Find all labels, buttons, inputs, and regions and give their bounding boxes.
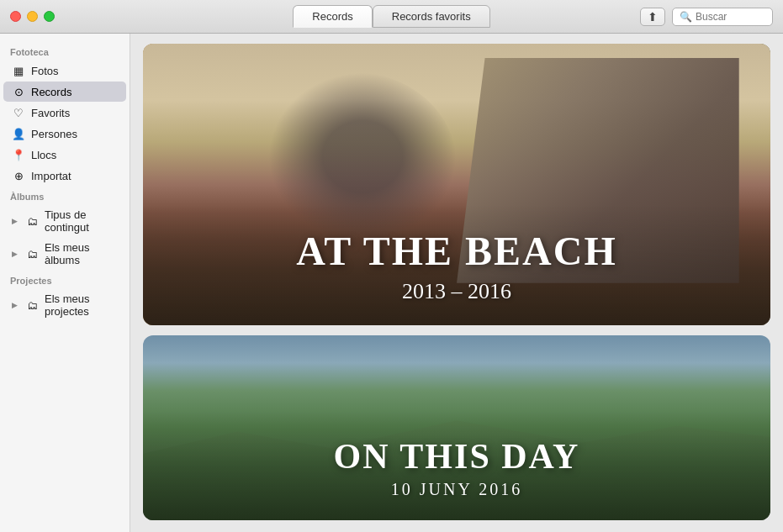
tab-records-favorites[interactable]: Records favorits — [373, 5, 490, 28]
import-icon: ⊕ — [12, 169, 25, 182]
memory-card-on-this-day[interactable]: ON THIS DAY 10 JUNY 2016 — [143, 335, 770, 520]
beach-title: AT THE BEACH — [160, 229, 754, 274]
beach-subtitle: 2013 – 2016 — [160, 279, 754, 304]
expand-icon: ▶ — [12, 250, 18, 258]
title-bar: Records Records favorits ⬆ 🔍 — [0, 0, 783, 34]
traffic-lights — [10, 11, 55, 22]
sidebar-item-fotos[interactable]: ▦ Fotos — [3, 61, 126, 81]
tab-records[interactable]: Records — [293, 5, 372, 28]
beach-overlay: AT THE BEACH 2013 – 2016 — [143, 204, 770, 325]
tab-bar: Records Records favorits — [293, 5, 489, 28]
search-input[interactable] — [696, 11, 771, 23]
sidebar-item-els-meus-projectes[interactable]: ▶ 🗂 Els meus projectes — [3, 289, 126, 321]
section-albums: Àlbums — [0, 187, 130, 204]
sidebar-item-persones[interactable]: 👤 Persones — [3, 124, 126, 144]
close-button[interactable] — [10, 11, 21, 22]
on-this-day-overlay: ON THIS DAY 10 JUNY 2016 — [143, 411, 770, 520]
sidebar-item-records[interactable]: ⊙ Records — [3, 82, 126, 102]
search-icon: 🔍 — [680, 11, 692, 23]
share-button[interactable]: ⬆ — [640, 8, 665, 26]
memories-icon: ⊙ — [12, 85, 25, 98]
expand-icon: ▶ — [12, 217, 18, 225]
heart-icon: ♡ — [12, 106, 25, 119]
sidebar-item-importat[interactable]: ⊕ Importat — [3, 166, 126, 186]
folder-icon: 🗂 — [25, 214, 39, 228]
folder-icon: 🗂 — [25, 298, 39, 312]
memory-card-beach[interactable]: AT THE BEACH 2013 – 2016 — [143, 44, 770, 325]
expand-icon: ▶ — [12, 301, 18, 309]
section-fototeca: Fototeca — [0, 42, 130, 60]
sidebar: Fototeca ▦ Fotos ⊙ Records ♡ Favorits 👤 … — [0, 34, 130, 532]
on-this-day-subtitle: 10 JUNY 2016 — [160, 480, 754, 499]
section-projectes: Projectes — [0, 271, 130, 288]
on-this-day-title: ON THIS DAY — [160, 436, 754, 477]
sidebar-item-favorits[interactable]: ♡ Favorits — [3, 103, 126, 123]
location-icon: 📍 — [12, 148, 25, 161]
grid-icon: ▦ — [12, 64, 25, 77]
search-box: 🔍 — [672, 8, 773, 26]
minimize-button[interactable] — [27, 11, 38, 22]
sidebar-item-tipus[interactable]: ▶ 🗂 Tipus de contingut — [3, 205, 126, 237]
content-area: AT THE BEACH 2013 – 2016 ON THIS DAY 10 … — [130, 34, 783, 532]
sidebar-item-llocs[interactable]: 📍 Llocs — [3, 145, 126, 165]
maximize-button[interactable] — [44, 11, 55, 22]
folder-icon: 🗂 — [25, 247, 39, 261]
main-layout: Fototeca ▦ Fotos ⊙ Records ♡ Favorits 👤 … — [0, 34, 783, 532]
sidebar-item-els-meus-albums[interactable]: ▶ 🗂 Els meus àlbums — [3, 238, 126, 270]
person-icon: 👤 — [12, 127, 25, 140]
toolbar-right: ⬆ 🔍 — [640, 8, 773, 26]
share-icon: ⬆ — [648, 10, 658, 24]
